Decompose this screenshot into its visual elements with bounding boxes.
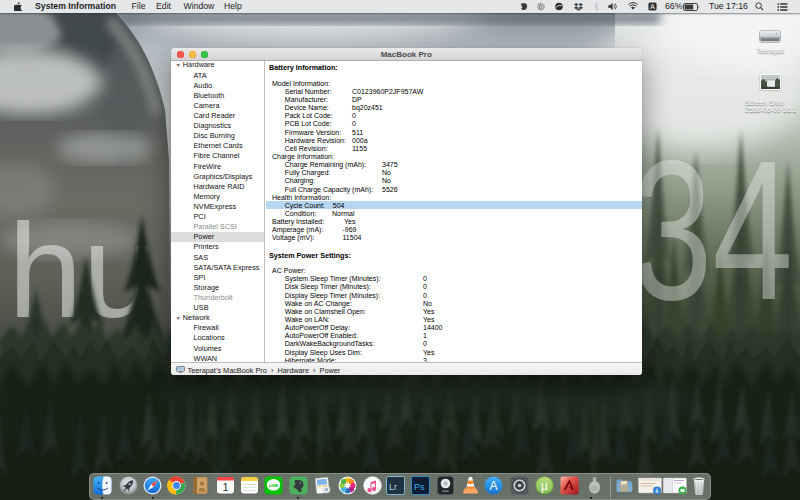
svg-text:µ: µ — [541, 479, 548, 493]
svg-text:A: A — [489, 478, 497, 492]
svg-text:34: 34 — [632, 120, 793, 342]
svg-text:Lr: Lr — [389, 481, 397, 491]
svg-text:1: 1 — [222, 480, 228, 492]
svg-text:Ps: Ps — [414, 481, 425, 491]
svg-text:LINE: LINE — [269, 482, 279, 487]
svg-text:A: A — [650, 3, 655, 10]
